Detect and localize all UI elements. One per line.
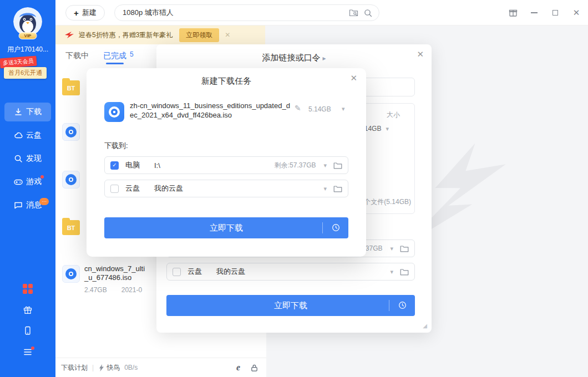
new-task-close-icon[interactable]: ✕	[350, 73, 357, 83]
save-to-cloud-row[interactable]: 云盘 我的云盘 ▾	[166, 263, 415, 281]
save-to-computer-row[interactable]: ✓ 电脑 I:\ 剩余:57.37GB ▾	[104, 156, 348, 174]
active-tab-underline	[106, 63, 124, 64]
tab-completed[interactable]: 已完成	[103, 51, 126, 61]
task-row-bt-4[interactable]: BT	[62, 217, 80, 235]
resize-handle[interactable]: ◢	[423, 323, 427, 329]
task-file-meta: 2.47GB2021-0	[84, 286, 156, 294]
task-row-bt-1[interactable]: BT	[62, 78, 80, 95]
gift-center-button[interactable]	[23, 305, 33, 317]
sidebar-item-discover[interactable]: 发现	[0, 147, 55, 170]
sidebar-item-games[interactable]: 游戏	[0, 170, 55, 193]
resource-folder-icon[interactable]	[349, 9, 358, 17]
download-now-button[interactable]: 立即下载	[166, 295, 415, 316]
new-task-dialog: 新建下载任务 ✕ zh-cn_windows_11_business_editi…	[87, 68, 366, 257]
browse-folder-icon[interactable]	[400, 245, 409, 252]
computer-checkbox[interactable]: ✓	[110, 161, 119, 170]
speed-bird-icon	[98, 364, 105, 371]
target-type: 云盘	[125, 184, 140, 193]
sidebar-item-label: 云盘	[26, 130, 42, 140]
username[interactable]: 用户170140...	[0, 45, 55, 54]
status-bar: 下载计划 | 快鸟 0B/s e	[55, 358, 266, 377]
iso-disc-icon	[62, 265, 80, 283]
new-task-title: 新建下载任务	[87, 76, 366, 86]
surprise-box-button[interactable]	[508, 8, 518, 18]
activity-center-button[interactable]	[23, 284, 33, 294]
speed-mode-button[interactable]: 快鸟	[107, 363, 120, 373]
tab-downloading[interactable]: 下载中	[65, 51, 89, 61]
status-divider: |	[92, 364, 94, 371]
new-task-button[interactable]: + 新建	[65, 5, 105, 21]
more-menu-button[interactable]	[23, 348, 32, 358]
games-notification-dot	[40, 175, 44, 179]
caret-down-icon[interactable]: ▾	[390, 268, 393, 276]
sidebar-menu: 下载 云盘 发现 游戏 消息 ⋯	[0, 100, 55, 217]
search-icon[interactable]	[364, 9, 372, 17]
thunder-app-window: VIP 用户170140... 多送3天会员 首月6元开通 下载 云盘 发现 游…	[0, 0, 588, 377]
download-plan-button[interactable]: 下载计划	[61, 363, 88, 373]
browse-folder-icon[interactable]	[333, 185, 342, 192]
banner-close-icon[interactable]: ✕	[225, 31, 230, 39]
iso-disc-icon	[62, 123, 80, 141]
minimize-icon	[531, 12, 538, 13]
window-close-button[interactable]: ✕	[571, 8, 581, 18]
vip-badge[interactable]: VIP	[19, 32, 37, 39]
task-row-iso-3[interactable]	[62, 171, 80, 188]
download-icon	[14, 108, 23, 116]
cloud-checkbox[interactable]	[173, 268, 181, 276]
iso-file-icon	[104, 102, 124, 122]
caret-down-icon[interactable]: ▾	[323, 162, 327, 169]
maximize-button[interactable]	[550, 8, 560, 18]
plus-icon: +	[74, 8, 79, 18]
new-task-label: 新建	[82, 8, 97, 18]
surprise-box-icon	[508, 8, 518, 18]
promo-banner: 迎春5折特惠，再赠3重新年豪礼 立即领取 ✕	[55, 26, 265, 44]
completed-count: 5	[130, 50, 134, 58]
bt-folder-icon: BT	[62, 220, 80, 235]
task-row-iso-5[interactable]	[62, 265, 80, 283]
sidebar-item-cloud[interactable]: 云盘	[0, 124, 55, 147]
task-file-name-line2: _u_677486.iso	[84, 273, 156, 282]
search-bar[interactable]	[114, 4, 379, 21]
sidebar-item-messages[interactable]: 消息 ⋯	[0, 193, 55, 217]
download-now-button[interactable]: 立即下载	[104, 217, 348, 238]
add-link-close-icon[interactable]: ✕	[417, 49, 424, 59]
minimize-button[interactable]	[529, 8, 539, 18]
save-to-cloud-row[interactable]: 云盘 我的云盘 ▾	[104, 180, 348, 197]
size-column-header: 大小	[387, 110, 400, 120]
mobile-app-button[interactable]	[23, 326, 32, 338]
app-grid-icon	[23, 284, 33, 294]
open-vip-badge[interactable]: 首月6元开通	[4, 67, 47, 79]
arrow-right-icon[interactable]: ▸	[322, 54, 326, 62]
browser-e-icon[interactable]: e	[236, 363, 240, 373]
message-icon	[14, 201, 23, 210]
add-link-title: 添加链接或口令▸	[156, 53, 432, 63]
schedule-download-icon[interactable]	[398, 301, 407, 309]
task-row-iso-2[interactable]	[62, 123, 80, 141]
button-divider	[389, 300, 389, 311]
task-file-name: cn_windows_7_ulti _u_677486.iso	[84, 264, 156, 282]
window-controls: ✕	[508, 0, 581, 26]
download-to-label: 下载到:	[104, 141, 128, 151]
private-space-lock-icon[interactable]	[250, 364, 258, 372]
promo-tag-badge[interactable]: 多送3天会员	[0, 56, 37, 69]
claim-now-button[interactable]: 立即领取	[179, 28, 219, 42]
task-file-date: 2021-0	[121, 286, 142, 294]
caret-down-icon[interactable]: ▾	[342, 105, 345, 113]
sidebar-item-download[interactable]: 下载	[0, 100, 55, 124]
caret-down-icon[interactable]: ▾	[323, 185, 327, 192]
button-divider	[322, 222, 323, 233]
cloud-checkbox[interactable]	[110, 185, 119, 193]
caret-down-icon[interactable]: ▾	[390, 245, 393, 252]
task-file-size: 2.47GB	[84, 286, 107, 294]
browse-folder-icon[interactable]	[400, 268, 409, 276]
selected-files-info: 个文件(5.14GB)	[364, 197, 411, 207]
file-size[interactable]: 5.14GB	[308, 105, 331, 113]
browse-folder-icon[interactable]	[333, 162, 342, 169]
phone-icon	[23, 326, 32, 335]
menu-notification-dot	[31, 347, 34, 350]
target-type: 云盘	[187, 267, 202, 277]
edit-name-icon[interactable]: ✎	[295, 104, 301, 113]
search-input[interactable]	[121, 8, 343, 18]
free-space: 剩余:57.37GB	[275, 161, 316, 170]
schedule-download-icon[interactable]	[332, 223, 340, 232]
